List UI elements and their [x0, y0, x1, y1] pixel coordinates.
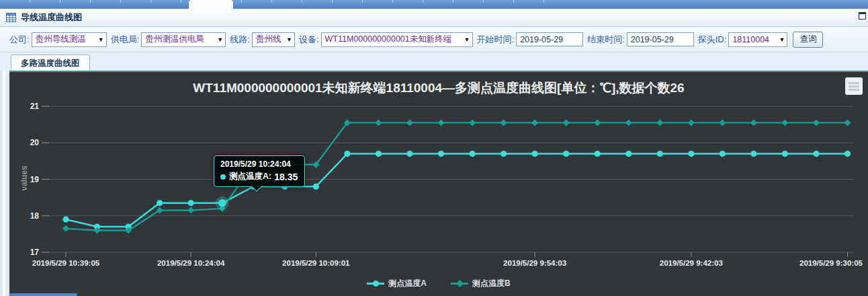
tab-bar: 多路温度曲线图: [0, 52, 868, 71]
company-select[interactable]: 贵州导线测温▼: [32, 32, 107, 47]
panel-title-bar: 导线温度曲线图: [0, 9, 868, 27]
legend-label: 测点温度B: [472, 278, 511, 289]
chart-tooltip: 2019/5/29 10:24:04 测点温度A: 18.35: [214, 155, 305, 187]
table-icon: [6, 13, 16, 22]
chart-title: WT11M000000000001未知新终端18110004—多测点温度曲线图[…: [9, 79, 868, 97]
series-测点温度A: [62, 151, 851, 230]
horizontal-scrollbar-thumb[interactable]: [9, 293, 77, 296]
legend-label: 测点温度A: [388, 278, 427, 289]
tooltip-timestamp: 2019/5/29 10:24:04: [220, 159, 298, 169]
tooltip-series-name: 测点温度A:: [229, 171, 271, 182]
legend-item-测点温度A[interactable]: 测点温度A: [367, 278, 427, 289]
line-label: 线路:: [230, 34, 250, 46]
svg-text:2019/5/29 9:42:03: 2019/5/29 9:42:03: [660, 259, 723, 267]
left-gutter: [0, 71, 9, 296]
caret-down-icon: ▼: [98, 36, 104, 43]
end-time-input[interactable]: [627, 32, 694, 46]
nav-separators: [0, 0, 558, 3]
start-time-label: 开始时间:: [477, 34, 515, 46]
x-axis-labels: 2019/5/29 10:39:052019/5/29 10:24:042019…: [32, 252, 863, 267]
y-axis-title: values: [19, 161, 29, 195]
chart-panel: 17181920212019/5/29 10:39:052019/5/29 10…: [9, 71, 868, 296]
caret-down-icon: ▼: [217, 36, 223, 43]
svg-text:21: 21: [30, 102, 40, 111]
svg-text:19: 19: [30, 175, 40, 184]
device-label: 设备:: [299, 34, 319, 46]
end-time-label: 结束时间:: [587, 34, 625, 46]
maximize-icon[interactable]: [859, 12, 866, 20]
toolbar: 公司:贵州导线测温▼供电局:贵州测温供电局▼线路:贵州线▼设备:WT11M000…: [0, 27, 868, 52]
chart-toolbox-icon[interactable]: [845, 77, 863, 95]
company-label: 公司:: [9, 34, 30, 46]
bureau-value: 贵州测温供电局: [145, 34, 204, 45]
device-value: WT11M000000000001未知新终端: [325, 34, 452, 45]
diamond-marker-icon: [451, 281, 468, 287]
probe-id-select[interactable]: 18110004▼: [728, 32, 787, 47]
top-nav-bar: [0, 0, 868, 9]
line-value: 贵州线: [256, 34, 281, 45]
probe-id-label: 探头ID:: [698, 34, 727, 46]
circle-marker-icon: [367, 281, 384, 287]
svg-text:2019/5/29 10:39:05: 2019/5/29 10:39:05: [32, 259, 100, 267]
hovered-point: [216, 196, 229, 210]
nav-active-item[interactable]: [189, 0, 233, 9]
toolbar-fields: 公司:贵州导线测温▼供电局:贵州测温供电局▼线路:贵州线▼设备:WT11M000…: [5, 32, 823, 48]
device-select[interactable]: WT11M000000000001未知新终端▼: [321, 32, 473, 47]
legend-item-测点温度B[interactable]: 测点温度B: [451, 278, 511, 289]
line-select[interactable]: 贵州线▼: [252, 32, 295, 47]
line-chart: 17181920212019/5/29 10:39:052019/5/29 10…: [9, 72, 868, 296]
tooltip-series-dot: [220, 174, 226, 180]
svg-text:2019/5/29 9:30:05: 2019/5/29 9:30:05: [799, 259, 863, 267]
probe-id-value: 18110004: [732, 35, 769, 44]
bureau-label: 供电局:: [111, 34, 140, 46]
app-window: 导线温度曲线图 公司:贵州导线测温▼供电局:贵州测温供电局▼线路:贵州线▼设备:…: [0, 0, 868, 296]
caret-down-icon: ▼: [779, 36, 785, 43]
caret-down-icon: ▼: [286, 36, 292, 43]
tooltip-value: 18.35: [274, 172, 298, 182]
start-time-input[interactable]: [516, 32, 583, 46]
svg-text:20: 20: [30, 138, 40, 147]
svg-text:2019/5/29 10:09:01: 2019/5/29 10:09:01: [282, 259, 350, 267]
caret-down-icon: ▼: [464, 36, 470, 43]
svg-text:18: 18: [30, 211, 40, 221]
company-value: 贵州导线测温: [36, 34, 86, 45]
tab-multi-temp-curve[interactable]: 多路温度曲线图: [11, 54, 90, 71]
bureau-select[interactable]: 贵州测温供电局▼: [141, 32, 226, 47]
svg-text:2019/5/29 10:24:04: 2019/5/29 10:24:04: [157, 259, 225, 267]
series-测点温度B: [62, 119, 851, 233]
svg-text:2019/5/29 9:54:03: 2019/5/29 9:54:03: [503, 259, 566, 267]
page-title: 导线温度曲线图: [21, 11, 82, 24]
svg-text:17: 17: [30, 248, 40, 257]
chart-legend: 测点温度A测点温度B: [9, 278, 868, 289]
query-button[interactable]: 查询: [793, 32, 823, 48]
